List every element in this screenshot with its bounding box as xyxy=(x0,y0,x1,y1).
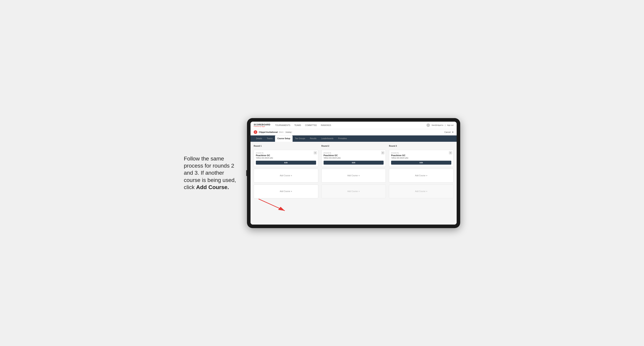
rounds-grid: Round 1 ⊟ (Course A) Peachtree GC Yellow… xyxy=(254,145,454,198)
user-avatar xyxy=(426,123,430,127)
cancel-button[interactable]: Cancel ✕ xyxy=(444,131,454,133)
instruction-text: Follow the same process for rounds 2 and… xyxy=(184,155,239,191)
nav-committee[interactable]: COMMITTEE xyxy=(305,124,317,126)
tab-navigation: Details Teams Course Setup Tee Groups Re… xyxy=(250,136,457,142)
round-3-add-course-1[interactable]: Add Course + xyxy=(389,169,454,182)
round-3-add-plus-2: + xyxy=(426,190,428,193)
round-1-add-plus-2: + xyxy=(291,190,292,193)
tab-printables[interactable]: Printables xyxy=(336,136,349,142)
tournament-gender: (Men) xyxy=(279,131,284,133)
round-2-course-tag: (Course A) xyxy=(324,152,384,154)
hosting-badge: Hosting xyxy=(285,131,292,133)
round-1-header: Round 1 xyxy=(254,145,318,147)
nav-right: blair@clippd.io | Sign out xyxy=(426,123,454,127)
round-1-add-course-1[interactable]: Add Course + xyxy=(254,169,318,182)
round-1-course-name: Peachtree GC xyxy=(256,154,316,157)
tablet-screen: SCOREBOARD Powered by clippd TOURNAMENTS… xyxy=(250,122,457,225)
round-2-add-course-2-label: Add Course xyxy=(348,190,358,192)
tab-teams[interactable]: Teams xyxy=(264,136,275,142)
round-3-add-course-2-label: Add Course xyxy=(415,190,426,192)
round-2-header: Round 2 xyxy=(322,145,386,147)
tournament-name: Clippd Invitational xyxy=(259,131,278,133)
round-1-add-course-1-label: Add Course xyxy=(280,174,290,177)
tab-course-setup[interactable]: Course Setup xyxy=(275,136,292,142)
round-2-column: Round 2 ⊟ (Course A) Peachtree GC Yellow… xyxy=(322,145,386,198)
round-3-edit-button[interactable]: Edit xyxy=(391,161,451,165)
round-1-delete-btn[interactable]: ⊟ xyxy=(314,151,317,154)
tab-tee-groups[interactable]: Tee Groups xyxy=(292,136,308,142)
round-3-column: Round 3 ⊟ (Course A) Peachtree GC Yellow… xyxy=(389,145,454,198)
logo-subtitle: Powered by clippd xyxy=(254,126,270,127)
round-3-delete-btn[interactable]: ⊟ xyxy=(449,151,452,154)
round-1-column: Round 1 ⊟ (Course A) Peachtree GC Yellow… xyxy=(254,145,318,198)
tab-details[interactable]: Details xyxy=(254,136,264,142)
round-3-header: Round 3 xyxy=(389,145,454,147)
round-1-add-plus-1: + xyxy=(291,174,292,177)
nav-tournaments[interactable]: TOURNAMENTS xyxy=(275,124,290,126)
round-3-course-details: Yellow (M) (6629 yds) xyxy=(391,157,451,159)
tablet-device: SCOREBOARD Powered by clippd TOURNAMENTS… xyxy=(247,118,460,228)
round-1-course-card-1: ⊟ (Course A) Peachtree GC Yellow (M) (66… xyxy=(254,150,318,167)
nav-links: TOURNAMENTS TEAMS COMMITTEE RANKINGS xyxy=(275,124,426,126)
round-3-course-card-1: ⊟ (Course A) Peachtree GC Yellow (M) (66… xyxy=(389,150,454,167)
nav-rankings[interactable]: RANKINGS xyxy=(321,124,331,126)
sign-out-link[interactable]: Sign out xyxy=(447,124,454,126)
logo-title: SCOREBOARD xyxy=(254,123,270,126)
user-email: blair@clippd.io xyxy=(432,124,443,126)
tab-leaderboards[interactable]: Leaderboards xyxy=(319,136,336,142)
brand-logo: C xyxy=(254,130,257,134)
top-navigation: SCOREBOARD Powered by clippd TOURNAMENTS… xyxy=(250,122,457,129)
round-1-course-tag: (Course A) xyxy=(256,152,316,154)
main-content: Round 1 ⊟ (Course A) Peachtree GC Yellow… xyxy=(250,142,457,225)
tablet-side-button xyxy=(246,170,247,176)
round-3-add-plus-1: + xyxy=(426,174,428,177)
round-2-add-course-1-label: Add Course xyxy=(348,174,358,177)
separator: | xyxy=(445,124,446,126)
round-2-course-name: Peachtree GC xyxy=(324,154,384,157)
round-2-add-plus-1: + xyxy=(358,174,360,177)
round-2-add-course-2[interactable]: Add Course + xyxy=(322,184,386,198)
svg-line-1 xyxy=(259,199,285,211)
round-3-course-tag: (Course A) xyxy=(391,152,451,154)
round-3-add-course-1-label: Add Course xyxy=(415,174,426,177)
tab-results[interactable]: Results xyxy=(308,136,319,142)
round-1-course-details: Yellow (M) (6629 yds) xyxy=(256,157,316,159)
round-3-course-name: Peachtree GC xyxy=(391,154,451,157)
round-2-edit-button[interactable]: Edit xyxy=(324,161,384,165)
round-2-add-plus-2: + xyxy=(358,190,360,193)
round-1-add-course-2[interactable]: Add Course + xyxy=(254,184,318,198)
round-2-add-course-1[interactable]: Add Course + xyxy=(322,169,386,182)
nav-teams[interactable]: TEAMS xyxy=(294,124,301,126)
round-2-delete-btn[interactable]: ⊟ xyxy=(381,151,384,154)
round-1-add-course-2-label: Add Course xyxy=(280,190,290,192)
round-2-course-details: Yellow (M) (6629 yds) xyxy=(324,157,384,159)
scoreboard-logo: SCOREBOARD Powered by clippd xyxy=(254,123,270,127)
round-1-edit-button[interactable]: Edit xyxy=(256,161,316,165)
round-3-add-course-2[interactable]: Add Course + xyxy=(389,184,454,198)
sub-header: C Clippd Invitational (Men) Hosting Canc… xyxy=(250,129,457,136)
round-2-course-card-1: ⊟ (Course A) Peachtree GC Yellow (M) (66… xyxy=(322,150,386,167)
